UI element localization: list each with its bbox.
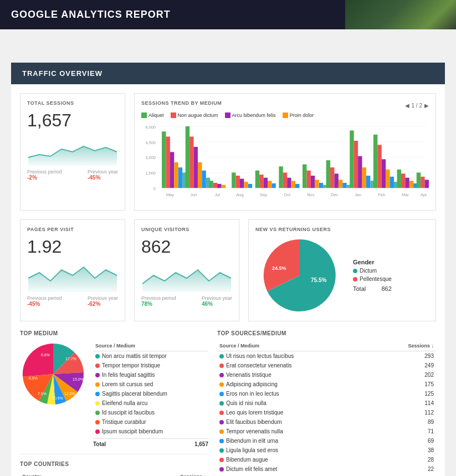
nav-page: 1 / 2 [412,103,422,109]
svg-rect-57 [366,176,370,188]
unique-visitors-period-row: Previous period 78% Previous year 46% [141,295,232,307]
top-countries-title: TOP COUNTRIES [20,461,208,467]
new-vs-returning-pie-container: 75.5% 24.5% Gender Dictum Pellentesque [255,237,429,314]
top-sources-row: Bibendum augue28 [217,455,436,464]
ppv-prev-period: Previous period -45% [27,295,62,307]
unique-visitors-value: 862 [141,237,232,257]
svg-rect-47 [326,160,330,188]
svg-rect-60 [377,145,381,188]
top-medium-total-row: Total 1,657 [93,438,208,447]
total-sessions-period-row: Previous period -2% Previous year -45% [27,169,118,181]
separator [20,454,208,454]
svg-rect-54 [354,141,358,188]
top-sources-section: TOP SOURCES/MEDIUM Source / Medium Sessi… [217,330,436,476]
top-sources-row: Adipiscing adipiscing175 [217,380,436,389]
new-vs-returning-pie: 75.5% 24.5% [255,237,344,314]
top-medium-row: Lorem sit cursus sed [93,380,208,389]
svg-rect-35 [271,183,275,188]
svg-text:Apr: Apr [421,192,427,197]
svg-rect-19 [198,162,202,188]
svg-text:6.8%: 6.8% [41,353,50,357]
svg-text:Mar: Mar [402,192,409,197]
svg-text:17.7%: 17.7% [65,357,76,361]
pie-dot-dictum [353,269,357,273]
sources-sessions-header: Sessions ↓ [376,341,436,351]
country-col-header: Country [20,472,124,476]
unique-visitors-title: UNIQUE VISITORS [141,227,232,232]
legend-label-arcu: Arcu bibendum felis [232,112,276,118]
pages-per-visit-sparkline [27,262,118,292]
svg-rect-17 [189,137,193,188]
sessions-trend-title: SESSIONS TREND BY MEDIUM [141,100,222,106]
top-medium-row: Sagittis placerat bibendum [93,389,208,398]
svg-rect-72 [425,180,429,188]
nav-left-icon[interactable]: ◀ [405,103,409,109]
pages-per-visit-period-row: Previous period -45% Previous year -62% [27,295,118,307]
top-sources-row: Quis id nisi nulla114 [217,398,436,408]
top-medium-total-value: 1,657 [194,441,208,447]
top-sources-row: Erat consectetur venenatis249 [217,361,436,370]
top-sources-row: Ligula ligula sed eros38 [217,446,436,455]
svg-text:May: May [166,192,174,197]
sessions-trend-legend: Aliquet Non augue dictum Arcu bibendum f… [141,112,429,118]
gender-title: Gender [353,259,392,265]
svg-text:3,000: 3,000 [145,155,156,160]
top-medium-row: Ipsum suscipit bibendum [93,427,208,436]
svg-rect-41 [303,165,306,188]
svg-rect-18 [194,147,198,188]
sources-medium-header: Source / Medium [217,341,376,351]
svg-rect-67 [405,178,409,188]
svg-text:0: 0 [153,186,156,191]
svg-rect-66 [401,173,405,188]
svg-rect-68 [409,181,413,188]
svg-rect-50 [339,180,342,188]
svg-rect-34 [268,181,271,188]
top-sources-row: Tempor venenatis nulla71 [217,427,436,436]
svg-rect-51 [342,183,346,188]
nav-right-icon[interactable]: ▶ [424,103,429,109]
bottom-row: TOP MEDIUM 17.7% 15.0% [20,330,436,476]
medium-col-header: Source / Medium [93,341,208,351]
top-medium-row: Eleifend nulla arcu [93,398,208,408]
svg-rect-14 [178,167,182,188]
svg-rect-12 [170,152,174,188]
legend-dot-aliquet [141,112,147,118]
legend-label-aliquet: Aliquet [148,112,164,118]
svg-rect-45 [319,183,323,188]
top-sources-row: Ut risus non lectus faucibus293 [217,351,436,361]
legend-nonaugue: Non augue dictum [171,112,218,118]
main-content: TOTAL SESSIONS 1,657 Previous period [11,84,445,476]
svg-rect-40 [295,184,299,188]
total-sessions-sparkline [27,135,118,166]
svg-rect-48 [330,167,334,188]
svg-rect-59 [373,135,377,188]
pie-total: Total 862 [353,285,392,292]
svg-rect-37 [283,172,287,188]
row-1: TOTAL SESSIONS 1,657 Previous period [20,93,436,211]
new-vs-returning-title: NEW VS RETURNING USERS [255,227,429,232]
svg-rect-43 [311,176,315,188]
total-sessions-title: TOTAL SESSIONS [27,100,118,106]
pie-total-label: Total [353,285,366,292]
pie-legend-dictum: Dictum [353,268,392,274]
svg-text:24.5%: 24.5% [272,265,286,271]
spacer2 [0,40,456,63]
pie-dot-pellentesque [353,277,357,281]
top-medium-title: TOP MEDIUM [20,330,208,336]
svg-text:Feb: Feb [378,192,385,197]
svg-rect-38 [287,178,291,188]
traffic-overview-bar: TRAFFIC OVERVIEW [11,63,445,84]
pages-per-visit-value: 1.92 [27,237,118,257]
svg-rect-28 [240,179,244,188]
new-vs-returning-card: NEW VS RETURNING USERS 75.5% 24.5% Gende… [248,219,436,321]
pie-total-value: 862 [381,285,391,292]
legend-dot-arcu [225,112,230,118]
svg-rect-29 [244,182,248,188]
uv-prev-year: Previous year 46% [202,295,232,307]
top-medium-layout: 17.7% 15.0% 12.2% 10.6% 7.5% 6.9% 6.8% S… [20,341,208,447]
svg-text:Jun: Jun [191,192,197,197]
legend-aliquet: Aliquet [141,112,164,118]
svg-rect-71 [421,177,424,188]
svg-text:7.5%: 7.5% [38,392,47,396]
top-medium-row: Tristique curabitur [93,417,208,427]
